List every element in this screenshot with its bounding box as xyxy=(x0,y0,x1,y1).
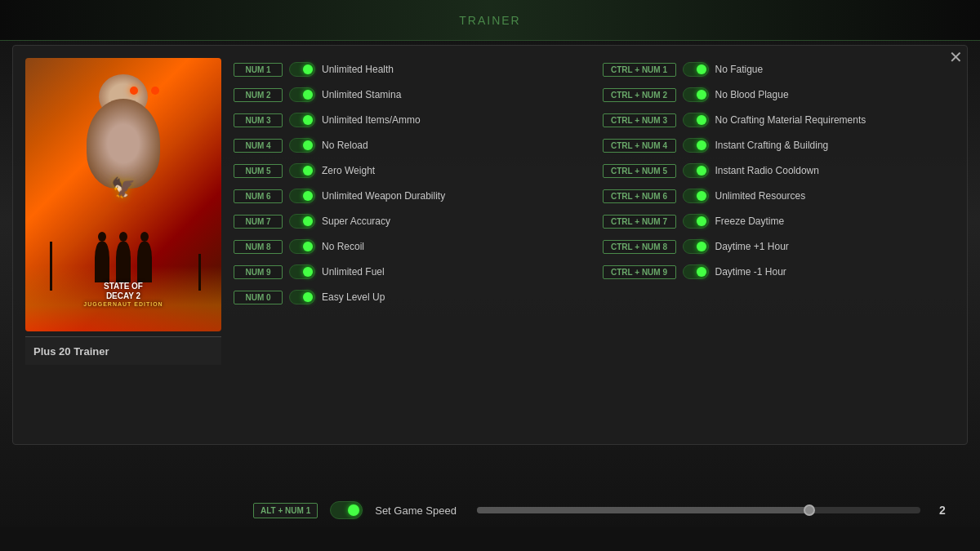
cheat-label-right-0: No Fatigue xyxy=(715,64,764,75)
cheat-row-left-8: NUM 9Unlimited Fuel xyxy=(234,260,586,283)
game-image: 🦅 STATE OF DECAY 2 JUGGERNAUT EDITION xyxy=(25,58,221,331)
game-title-label: Plus 20 Trainer xyxy=(25,336,221,365)
cheat-row-right-6: CTRL + NUM 7Freeze Daytime xyxy=(603,210,956,233)
cheat-row-right-1: CTRL + NUM 2No Blood Plague xyxy=(603,83,956,106)
cheat-row-right-2: CTRL + NUM 3No Crafting Material Require… xyxy=(603,109,956,131)
toggle-left-1[interactable] xyxy=(289,87,315,102)
toggle-right-6[interactable] xyxy=(683,214,709,229)
cheat-column-left: NUM 1Unlimited HealthNUM 2Unlimited Stam… xyxy=(234,58,586,432)
cheat-label-right-7: Daytime +1 Hour xyxy=(715,241,789,252)
zombie-body xyxy=(87,99,160,189)
key-badge-right-7[interactable]: CTRL + NUM 8 xyxy=(603,240,676,254)
game-title-overlay: STATE OF DECAY 2 JUGGERNAUT EDITION xyxy=(25,282,221,307)
key-badge-right-4[interactable]: CTRL + NUM 5 xyxy=(603,164,676,178)
figures-row xyxy=(25,242,221,282)
figure-2 xyxy=(116,242,131,282)
key-badge-left-4[interactable]: NUM 5 xyxy=(234,164,283,178)
key-badge-left-2[interactable]: NUM 3 xyxy=(234,113,283,127)
toggle-left-7[interactable] xyxy=(289,239,315,254)
key-badge-left-5[interactable]: NUM 6 xyxy=(234,189,283,203)
cheat-row-left-5: NUM 6Unlimited Weapon Durability xyxy=(234,184,586,207)
key-badge-left-7[interactable]: NUM 8 xyxy=(234,240,283,254)
cheat-row-left-7: NUM 8No Recoil xyxy=(234,235,586,258)
key-badge-left-3[interactable]: NUM 4 xyxy=(234,139,283,153)
toggle-right-8[interactable] xyxy=(683,264,709,279)
key-badge-left-9[interactable]: NUM 0 xyxy=(234,291,283,304)
cheat-row-left-4: NUM 5Zero Weight xyxy=(234,159,586,182)
speed-slider[interactable] xyxy=(477,507,920,513)
key-badge-right-1[interactable]: CTRL + NUM 2 xyxy=(603,88,676,102)
speed-label: Set Game Speed xyxy=(375,504,457,517)
toggle-left-9[interactable] xyxy=(289,290,315,304)
cheat-row-left-6: NUM 7Super Accuracy xyxy=(234,210,586,233)
cheat-label-left-9: Easy Level Up xyxy=(322,291,385,303)
cheat-label-left-4: Zero Weight xyxy=(322,165,375,176)
cheat-column-right: CTRL + NUM 1No FatigueCTRL + NUM 2No Blo… xyxy=(603,58,956,432)
cheat-row-left-0: NUM 1Unlimited Health xyxy=(234,58,586,81)
toggle-left-2[interactable] xyxy=(289,113,315,127)
close-button[interactable]: ✕ xyxy=(946,47,965,67)
key-badge-right-3[interactable]: CTRL + NUM 4 xyxy=(603,139,676,153)
cheat-label-right-1: No Blood Plague xyxy=(715,89,789,100)
top-bar-title: TRAINER xyxy=(459,14,520,27)
cheat-row-right-5: CTRL + NUM 6Unlimited Resources xyxy=(603,184,956,207)
cheat-label-right-8: Daytime -1 Hour xyxy=(715,266,786,278)
key-badge-right-6[interactable]: CTRL + NUM 7 xyxy=(603,215,676,229)
toggle-right-2[interactable] xyxy=(683,113,709,127)
toggle-left-3[interactable] xyxy=(289,138,315,153)
cheat-label-left-0: Unlimited Health xyxy=(322,64,394,75)
speed-key-badge: ALT + NUM 1 xyxy=(253,503,318,518)
zombie-eye-left xyxy=(130,87,138,95)
cheat-label-left-7: No Recoil xyxy=(322,241,364,252)
toggle-right-3[interactable] xyxy=(683,138,709,153)
game-image-section: 🦅 STATE OF DECAY 2 JUGGERNAUT EDITION Pl… xyxy=(25,58,221,432)
cheat-row-left-2: NUM 3Unlimited Items/Ammo xyxy=(234,109,586,131)
figure-1 xyxy=(95,242,109,282)
toggle-left-8[interactable] xyxy=(289,264,315,279)
key-badge-right-0[interactable]: CTRL + NUM 1 xyxy=(603,63,676,77)
cheat-label-left-8: Unlimited Fuel xyxy=(322,266,385,278)
figure-3 xyxy=(137,242,152,282)
cheats-section: NUM 1Unlimited HealthNUM 2Unlimited Stam… xyxy=(234,58,955,432)
cheat-row-right-4: CTRL + NUM 5Instant Radio Cooldown xyxy=(603,159,956,182)
key-badge-left-6[interactable]: NUM 7 xyxy=(234,215,283,229)
cheat-label-left-6: Super Accuracy xyxy=(322,216,390,227)
cheat-label-right-4: Instant Radio Cooldown xyxy=(715,165,819,176)
toggle-left-0[interactable] xyxy=(289,62,315,77)
cheat-label-right-6: Freeze Daytime xyxy=(715,216,785,227)
toggle-left-5[interactable] xyxy=(289,189,315,203)
toggle-right-5[interactable] xyxy=(683,189,709,203)
cheat-row-right-7: CTRL + NUM 8Daytime +1 Hour xyxy=(603,235,956,258)
cheat-label-right-3: Instant Crafting & Building xyxy=(715,140,829,151)
toggle-left-6[interactable] xyxy=(289,214,315,229)
toggle-right-0[interactable] xyxy=(683,62,709,77)
key-badge-right-5[interactable]: CTRL + NUM 6 xyxy=(603,189,676,203)
key-badge-right-2[interactable]: CTRL + NUM 3 xyxy=(603,113,676,127)
toggle-right-7[interactable] xyxy=(683,239,709,254)
key-badge-left-1[interactable]: NUM 2 xyxy=(234,88,283,102)
game-image-title-line1: STATE OF xyxy=(25,282,221,291)
toggle-left-4[interactable] xyxy=(289,163,315,178)
speed-slider-thumb[interactable] xyxy=(804,504,815,516)
cheat-label-left-3: No Reload xyxy=(322,140,368,151)
toggle-right-4[interactable] xyxy=(683,163,709,178)
game-image-title-line2: DECAY 2 xyxy=(25,291,221,301)
cheat-label-left-2: Unlimited Items/Ammo xyxy=(322,114,421,126)
cheat-row-left-1: NUM 2Unlimited Stamina xyxy=(234,83,586,106)
speed-toggle[interactable] xyxy=(330,501,363,519)
game-image-subtitle: JUGGERNAUT EDITION xyxy=(25,301,221,307)
game-title-text: Plus 20 Trainer xyxy=(33,345,109,358)
key-badge-left-8[interactable]: NUM 9 xyxy=(234,265,283,279)
speed-value: 2 xyxy=(939,504,956,517)
cheat-row-left-9: NUM 0Easy Level Up xyxy=(234,286,586,309)
toggle-right-1[interactable] xyxy=(683,87,709,102)
key-badge-left-0[interactable]: NUM 1 xyxy=(234,63,283,77)
cheats-columns: NUM 1Unlimited HealthNUM 2Unlimited Stam… xyxy=(234,58,955,432)
top-bar: TRAINER xyxy=(0,0,980,41)
bottom-bar xyxy=(0,527,980,551)
cheat-label-left-5: Unlimited Weapon Durability xyxy=(322,190,445,202)
zombie-eye-right xyxy=(151,87,159,95)
main-panel: 🦅 STATE OF DECAY 2 JUGGERNAUT EDITION Pl… xyxy=(12,45,968,445)
key-badge-right-8[interactable]: CTRL + NUM 9 xyxy=(603,265,676,279)
cheat-label-right-2: No Crafting Material Requirements xyxy=(715,114,866,126)
